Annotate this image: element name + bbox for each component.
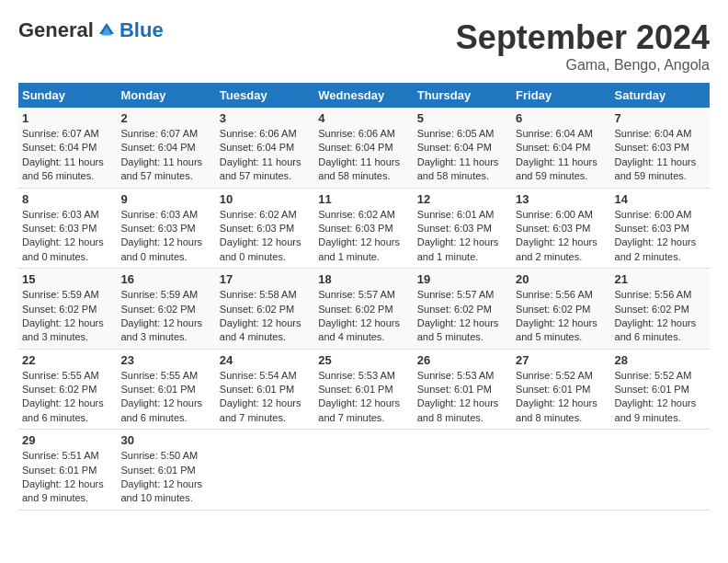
calendar-cell: 21Sunrise: 5:56 AMSunset: 6:02 PMDayligh… xyxy=(611,269,710,350)
day-info: Sunrise: 6:05 AMSunset: 6:04 PMDaylight:… xyxy=(417,127,508,184)
calendar-cell: 9Sunrise: 6:03 AMSunset: 6:03 PMDaylight… xyxy=(117,188,215,269)
calendar-header-row: SundayMondayTuesdayWednesdayThursdayFrid… xyxy=(18,83,710,108)
calendar-week-2: 8Sunrise: 6:03 AMSunset: 6:03 PMDaylight… xyxy=(18,188,710,269)
day-info: Sunrise: 5:53 AMSunset: 6:01 PMDaylight:… xyxy=(318,369,409,426)
calendar-week-3: 15Sunrise: 5:59 AMSunset: 6:02 PMDayligh… xyxy=(18,269,710,350)
calendar-cell: 16Sunrise: 5:59 AMSunset: 6:02 PMDayligh… xyxy=(117,269,215,350)
calendar-cell: 4Sunrise: 6:06 AMSunset: 6:04 PMDaylight… xyxy=(314,108,413,188)
day-info: Sunrise: 6:00 AMSunset: 6:03 PMDaylight:… xyxy=(516,208,607,265)
header-monday: Monday xyxy=(117,83,215,108)
calendar-cell: 1Sunrise: 6:07 AMSunset: 6:04 PMDaylight… xyxy=(18,108,117,188)
calendar-cell: 12Sunrise: 6:01 AMSunset: 6:03 PMDayligh… xyxy=(414,188,512,269)
day-info: Sunrise: 5:50 AMSunset: 6:01 PMDaylight:… xyxy=(120,449,211,506)
day-info: Sunrise: 5:54 AMSunset: 6:01 PMDaylight:… xyxy=(220,369,311,426)
day-info: Sunrise: 5:55 AMSunset: 6:02 PMDaylight:… xyxy=(22,369,113,426)
day-info: Sunrise: 5:56 AMSunset: 6:02 PMDaylight:… xyxy=(615,288,706,345)
calendar-cell xyxy=(314,430,413,511)
day-number: 8 xyxy=(22,192,113,206)
day-number: 30 xyxy=(120,433,211,447)
day-info: Sunrise: 5:55 AMSunset: 6:01 PMDaylight:… xyxy=(120,369,211,426)
day-info: Sunrise: 6:01 AMSunset: 6:03 PMDaylight:… xyxy=(417,208,508,265)
day-number: 18 xyxy=(318,272,409,286)
day-number: 3 xyxy=(220,111,311,125)
day-number: 13 xyxy=(516,192,607,206)
day-number: 2 xyxy=(120,111,211,125)
day-info: Sunrise: 6:07 AMSunset: 6:04 PMDaylight:… xyxy=(120,127,211,184)
day-info: Sunrise: 6:02 AMSunset: 6:03 PMDaylight:… xyxy=(318,208,409,265)
calendar-cell: 20Sunrise: 5:56 AMSunset: 6:02 PMDayligh… xyxy=(512,269,610,350)
day-number: 17 xyxy=(220,272,311,286)
calendar-cell: 22Sunrise: 5:55 AMSunset: 6:02 PMDayligh… xyxy=(18,349,117,430)
location: Gama, Bengo, Angola xyxy=(456,57,710,74)
calendar-cell: 10Sunrise: 6:02 AMSunset: 6:03 PMDayligh… xyxy=(216,188,314,269)
day-number: 24 xyxy=(220,353,311,367)
logo: General Blue xyxy=(18,18,164,42)
calendar-cell: 19Sunrise: 5:57 AMSunset: 6:02 PMDayligh… xyxy=(414,269,512,350)
header-friday: Friday xyxy=(512,83,610,108)
day-info: Sunrise: 5:59 AMSunset: 6:02 PMDaylight:… xyxy=(120,288,211,345)
day-number: 23 xyxy=(120,353,211,367)
calendar-cell xyxy=(414,430,512,511)
day-number: 26 xyxy=(417,353,508,367)
calendar-week-1: 1Sunrise: 6:07 AMSunset: 6:04 PMDaylight… xyxy=(18,108,710,188)
day-number: 25 xyxy=(318,353,409,367)
calendar-cell: 23Sunrise: 5:55 AMSunset: 6:01 PMDayligh… xyxy=(117,349,215,430)
day-number: 28 xyxy=(615,353,706,367)
day-number: 20 xyxy=(516,272,607,286)
day-number: 10 xyxy=(220,192,311,206)
day-info: Sunrise: 6:06 AMSunset: 6:04 PMDaylight:… xyxy=(318,127,409,184)
calendar-cell: 7Sunrise: 6:04 AMSunset: 6:03 PMDaylight… xyxy=(611,108,710,188)
day-number: 27 xyxy=(516,353,607,367)
month-title: September 2024 xyxy=(456,18,710,57)
header-sunday: Sunday xyxy=(18,83,117,108)
day-number: 9 xyxy=(120,192,211,206)
day-number: 4 xyxy=(318,111,409,125)
day-info: Sunrise: 5:59 AMSunset: 6:02 PMDaylight:… xyxy=(22,288,113,345)
calendar-week-4: 22Sunrise: 5:55 AMSunset: 6:02 PMDayligh… xyxy=(18,349,710,430)
calendar-cell: 6Sunrise: 6:04 AMSunset: 6:04 PMDaylight… xyxy=(512,108,610,188)
calendar-cell: 27Sunrise: 5:52 AMSunset: 6:01 PMDayligh… xyxy=(512,349,610,430)
day-number: 19 xyxy=(417,272,508,286)
calendar-cell xyxy=(216,430,314,511)
calendar-cell: 15Sunrise: 5:59 AMSunset: 6:02 PMDayligh… xyxy=(18,269,117,350)
calendar-cell: 28Sunrise: 5:52 AMSunset: 6:01 PMDayligh… xyxy=(611,349,710,430)
day-info: Sunrise: 6:06 AMSunset: 6:04 PMDaylight:… xyxy=(220,127,311,184)
day-info: Sunrise: 5:58 AMSunset: 6:02 PMDaylight:… xyxy=(220,288,311,345)
day-number: 21 xyxy=(615,272,706,286)
logo-blue: Blue xyxy=(119,18,164,42)
day-info: Sunrise: 6:00 AMSunset: 6:03 PMDaylight:… xyxy=(615,208,706,265)
title-section: September 2024 Gama, Bengo, Angola xyxy=(456,18,710,74)
day-info: Sunrise: 6:07 AMSunset: 6:04 PMDaylight:… xyxy=(22,127,113,184)
day-info: Sunrise: 5:52 AMSunset: 6:01 PMDaylight:… xyxy=(615,369,706,426)
day-info: Sunrise: 6:02 AMSunset: 6:03 PMDaylight:… xyxy=(220,208,311,265)
day-info: Sunrise: 6:04 AMSunset: 6:03 PMDaylight:… xyxy=(615,127,706,184)
calendar-cell xyxy=(512,430,610,511)
calendar-cell: 11Sunrise: 6:02 AMSunset: 6:03 PMDayligh… xyxy=(314,188,413,269)
day-info: Sunrise: 6:04 AMSunset: 6:04 PMDaylight:… xyxy=(516,127,607,184)
day-number: 6 xyxy=(516,111,607,125)
calendar-cell: 30Sunrise: 5:50 AMSunset: 6:01 PMDayligh… xyxy=(117,430,215,511)
day-number: 14 xyxy=(615,192,706,206)
calendar-cell: 18Sunrise: 5:57 AMSunset: 6:02 PMDayligh… xyxy=(314,269,413,350)
logo-icon xyxy=(96,19,118,41)
calendar-cell: 26Sunrise: 5:53 AMSunset: 6:01 PMDayligh… xyxy=(414,349,512,430)
header-thursday: Thursday xyxy=(414,83,512,108)
header-tuesday: Tuesday xyxy=(216,83,314,108)
calendar-cell: 25Sunrise: 5:53 AMSunset: 6:01 PMDayligh… xyxy=(314,349,413,430)
day-info: Sunrise: 5:51 AMSunset: 6:01 PMDaylight:… xyxy=(22,449,113,506)
day-number: 5 xyxy=(417,111,508,125)
calendar-cell: 13Sunrise: 6:00 AMSunset: 6:03 PMDayligh… xyxy=(512,188,610,269)
calendar-cell: 14Sunrise: 6:00 AMSunset: 6:03 PMDayligh… xyxy=(611,188,710,269)
day-info: Sunrise: 6:03 AMSunset: 6:03 PMDaylight:… xyxy=(22,208,113,265)
day-info: Sunrise: 6:03 AMSunset: 6:03 PMDaylight:… xyxy=(120,208,211,265)
day-info: Sunrise: 5:56 AMSunset: 6:02 PMDaylight:… xyxy=(516,288,607,345)
day-number: 1 xyxy=(22,111,113,125)
header-saturday: Saturday xyxy=(611,83,710,108)
day-number: 12 xyxy=(417,192,508,206)
calendar-cell: 24Sunrise: 5:54 AMSunset: 6:01 PMDayligh… xyxy=(216,349,314,430)
day-number: 16 xyxy=(120,272,211,286)
day-info: Sunrise: 5:53 AMSunset: 6:01 PMDaylight:… xyxy=(417,369,508,426)
calendar-table: SundayMondayTuesdayWednesdayThursdayFrid… xyxy=(18,83,710,511)
calendar-cell: 2Sunrise: 6:07 AMSunset: 6:04 PMDaylight… xyxy=(117,108,215,188)
day-number: 11 xyxy=(318,192,409,206)
